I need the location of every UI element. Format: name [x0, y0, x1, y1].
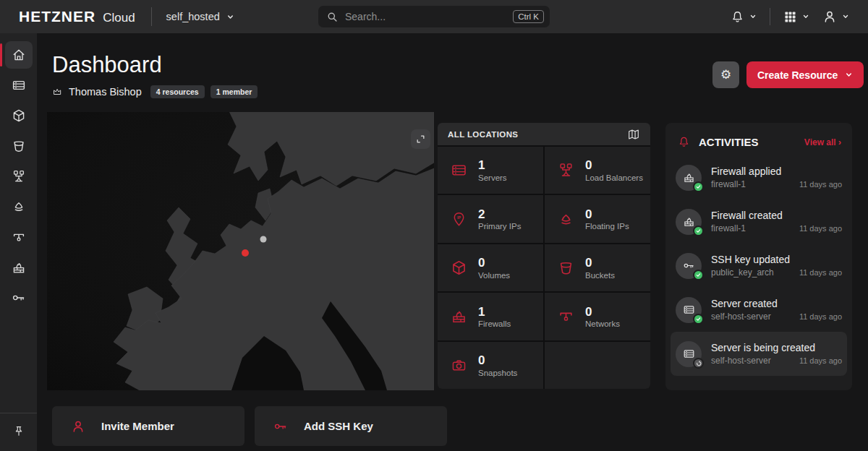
stat-value: 0	[585, 158, 643, 173]
sidebar-item-networks[interactable]	[5, 223, 33, 251]
stat-label: Floating IPs	[585, 222, 629, 231]
stat-label: Networks	[585, 319, 620, 328]
map-marker[interactable]	[260, 236, 267, 242]
stat-firewalls[interactable]: 1Firewalls	[438, 293, 543, 340]
crown-icon	[52, 87, 63, 98]
chevron-down-icon	[749, 13, 757, 20]
sidebar-item-dashboard[interactable]	[5, 41, 33, 69]
sidebar-item-buckets[interactable]	[5, 132, 33, 160]
invite-member-button[interactable]: Invite Member	[52, 406, 244, 446]
settings-button[interactable]: ⚙	[712, 61, 739, 88]
key-icon	[273, 419, 288, 434]
account-menu[interactable]	[822, 9, 849, 24]
bucket-icon	[558, 259, 574, 276]
sidebar-item-firewalls[interactable]	[5, 254, 33, 281]
bucket-icon	[12, 139, 26, 153]
sidebar-item-floating-ips[interactable]	[5, 193, 33, 220]
logo[interactable]: HETZNER Cloud	[19, 8, 135, 25]
activity-title: SSH key updated	[711, 254, 842, 265]
apps-menu[interactable]	[783, 10, 809, 24]
chevron-down-icon	[226, 13, 234, 21]
avatar	[676, 209, 702, 235]
stat-volumes[interactable]: 0Volumes	[438, 244, 543, 291]
locations-map[interactable]	[47, 112, 434, 390]
create-resource-button[interactable]: Create Resource	[746, 61, 864, 88]
stat-label: Load Balancers	[585, 173, 643, 182]
activity-time: 11 days ago	[799, 180, 842, 189]
firewall-icon	[683, 215, 695, 228]
resources-badge: 4 resources	[150, 85, 205, 98]
activity-time: 11 days ago	[799, 312, 842, 321]
stat-value: 0	[585, 305, 620, 319]
sidebar-item-load-balancers[interactable]	[5, 163, 33, 190]
project-name: self_hosted	[166, 11, 220, 22]
search-icon	[326, 11, 339, 23]
floating-ip-icon	[558, 211, 574, 228]
server-icon	[451, 162, 467, 179]
map-marker[interactable]	[242, 249, 249, 257]
sidebar-pin-toggle[interactable]	[0, 413, 37, 451]
sidebar-item-volumes[interactable]	[5, 102, 33, 129]
stat-value: 0	[478, 256, 510, 270]
activity-body: Server is being created self-host-server…	[711, 342, 842, 366]
stat-label: Volumes	[478, 271, 510, 280]
activity-row[interactable]: Firewall created firewall-111 days ago	[671, 199, 847, 244]
topbar-actions	[731, 8, 868, 25]
grid-icon	[783, 10, 797, 24]
primary-ip-icon	[451, 211, 467, 228]
stat-servers[interactable]: 1Servers	[438, 147, 543, 194]
activity-row[interactable]: Firewall applied firewall-111 days ago	[671, 155, 847, 199]
expand-icon	[414, 133, 427, 145]
activity-row[interactable]: Server is being created self-host-server…	[671, 332, 847, 376]
chevron-down-icon	[802, 13, 809, 20]
stat-value: 0	[585, 207, 629, 222]
stat-primary-ips[interactable]: 2Primary IPs	[438, 195, 543, 242]
notifications-menu[interactable]	[731, 10, 757, 24]
product-name: Cloud	[103, 11, 135, 25]
activity-status-badge	[693, 314, 704, 325]
map-expand-button[interactable]	[411, 129, 430, 149]
page-title: Dashboard	[52, 52, 162, 78]
activity-body: Server created self-host-server11 days a…	[711, 298, 842, 322]
volume-icon	[451, 259, 467, 276]
bell-icon	[678, 136, 690, 148]
stat-value: 1	[478, 305, 511, 319]
stat-value: 1	[478, 158, 507, 173]
activity-status-badge	[693, 270, 704, 280]
stat-label: Buckets	[585, 271, 615, 280]
load-balancer-icon	[558, 162, 574, 179]
view-all-label: View all	[804, 137, 836, 147]
chevron-down-icon	[842, 13, 849, 20]
stat-label: Primary IPs	[478, 222, 521, 231]
activity-row[interactable]: Server created self-host-server11 days a…	[671, 288, 847, 332]
add-ssh-key-label: Add SSH Key	[304, 420, 373, 432]
search-input[interactable]: Search... Ctrl K	[318, 6, 550, 27]
sidebar-item-servers[interactable]	[5, 72, 33, 99]
stat-networks[interactable]: 0Networks	[545, 293, 650, 340]
brand-name: HETZNER	[19, 8, 95, 25]
activity-row[interactable]: SSH key updated public_key_arch11 days a…	[671, 244, 847, 288]
add-ssh-key-button[interactable]: Add SSH Key	[255, 406, 447, 446]
activity-subtitle: firewall-1	[711, 179, 799, 189]
project-selector[interactable]: self_hosted	[166, 11, 234, 22]
home-icon	[12, 48, 26, 62]
volume-icon	[12, 108, 26, 123]
activity-title: Firewall created	[711, 210, 842, 221]
activity-body: SSH key updated public_key_arch11 days a…	[711, 254, 842, 278]
stat-buckets[interactable]: 0Buckets	[545, 244, 650, 291]
load-balancer-icon	[12, 169, 26, 184]
activity-status-badge	[693, 226, 704, 236]
stat-snapshots[interactable]: 0Snapshots	[438, 342, 543, 389]
stat-label: Firewalls	[478, 319, 511, 328]
stat-load-balancers[interactable]: 0Load Balancers	[545, 147, 650, 194]
avatar	[676, 341, 702, 367]
stat-floating-ips[interactable]: 0Floating IPs	[545, 195, 650, 242]
activities-title: ACTIVITIES	[699, 136, 759, 148]
activity-status-badge	[693, 358, 704, 369]
hetzner-cloud-dashboard: HETZNER Cloud self_hosted Search... Ctrl…	[0, 0, 868, 451]
view-all-link[interactable]: View all ›	[804, 137, 841, 147]
sidebar-item-ssh-keys[interactable]	[5, 284, 33, 312]
person-icon	[822, 9, 837, 24]
owner-name: Thomas Bishop	[69, 86, 142, 98]
map-icon[interactable]	[627, 128, 640, 141]
